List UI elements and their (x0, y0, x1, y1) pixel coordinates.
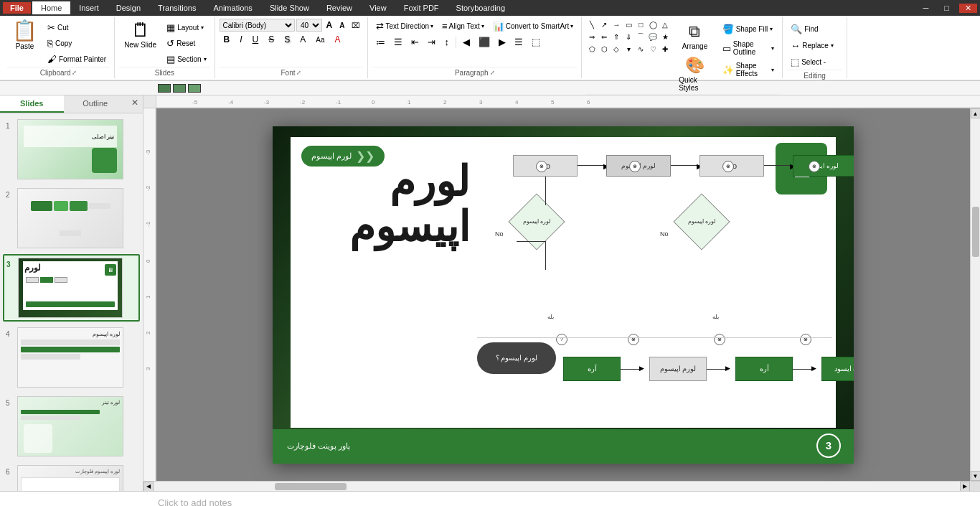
horizontal-scrollbar[interactable]: ◀ ▶ (143, 481, 980, 491)
line-spacing-button[interactable]: ↕ (440, 35, 453, 49)
italic-button[interactable]: I (235, 33, 246, 46)
bullets-button[interactable]: ≔ (372, 35, 389, 49)
align-center-button[interactable]: ⬛ (475, 35, 494, 49)
shape-arrow-right[interactable]: ⇒ (586, 31, 598, 42)
format-painter-button[interactable]: 🖌 Format Painter (44, 52, 110, 67)
arabic-title[interactable]: لورم اپیسوم (305, 159, 470, 250)
replace-button[interactable]: ↔ Replace ▾ (787, 38, 842, 53)
select-button[interactable]: ⬚ Select - (787, 55, 842, 70)
shape-curve2[interactable]: ∿ (635, 43, 646, 55)
fc-circle-1[interactable]: ⊗ (536, 161, 547, 172)
shape-line[interactable]: ╲ (586, 19, 598, 30)
align-right-button[interactable]: ▶ (495, 35, 509, 49)
slide-viewport[interactable]: لورم اپیسوم ❯❯ لورم اپیسوم 🖥 (156, 108, 970, 481)
section-button[interactable]: ▤ Section ▾ (163, 52, 209, 67)
fc-yes-box-2[interactable]: لورم اپیسوم (649, 357, 707, 381)
fc-bcircle-1[interactable]: ? (556, 334, 567, 345)
paste-button[interactable]: 📋 Paste (7, 19, 42, 52)
clipboard-expand-icon[interactable]: ⤢ (72, 70, 77, 76)
reset-button[interactable]: ↺ Reset (163, 36, 209, 51)
increase-indent-button[interactable]: ⇥ (424, 35, 439, 49)
shape-fill-button[interactable]: 🪣 Shape Fill ▾ (719, 22, 778, 37)
decrease-font-button[interactable]: A (336, 20, 347, 31)
minimize-button[interactable]: ─ (918, 4, 935, 12)
tab-transitions[interactable]: Transitions (149, 1, 204, 14)
tab-animations[interactable]: Animations (204, 1, 260, 14)
shape-arrow-up[interactable]: ⇑ (611, 31, 622, 42)
close-panel-button[interactable]: ✕ (127, 95, 143, 113)
change-case-button[interactable]: Aa (311, 34, 329, 45)
slide-thumb-4[interactable]: 4 لوره اپیسوم (3, 324, 140, 390)
convert-smartart-button[interactable]: 📊 Convert to SmartArt ▾ (489, 19, 577, 34)
tab-insert[interactable]: Insert (70, 1, 108, 14)
numbering-button[interactable]: ☰ (390, 35, 406, 49)
scroll-thumb-h[interactable] (275, 483, 347, 490)
shape-cross[interactable]: ✚ (659, 43, 671, 55)
tab-view[interactable]: View (361, 1, 395, 14)
tab-slideshow[interactable]: Slide Show (261, 1, 318, 14)
fc-yes-box-4[interactable]: لوره ایسود (821, 357, 854, 381)
scroll-track-h[interactable] (154, 482, 960, 491)
tab-storyboarding[interactable]: Storyboarding (448, 1, 514, 14)
shape-diamond[interactable]: ◇ (611, 43, 622, 55)
text-shadow-button[interactable]: S (280, 33, 294, 46)
vertical-scrollbar[interactable]: ▲ ▼ (970, 108, 980, 481)
fc-dark-box[interactable]: لورم اپیسوم ؟ (477, 342, 556, 374)
find-button[interactable]: 🔍 Find (787, 22, 842, 37)
fc-green-box-1[interactable]: لوره ایسو (793, 155, 854, 177)
fc-bcircle-3[interactable]: ⊗ (714, 334, 725, 345)
shape-heart[interactable]: ♡ (647, 43, 659, 55)
bold-button[interactable]: B (220, 33, 235, 46)
cols-button[interactable]: ⬚ (528, 35, 544, 49)
outline-tab[interactable]: Outline (64, 95, 128, 113)
color-swatch-2[interactable] (173, 84, 186, 93)
shape-circle[interactable]: ◯ (647, 19, 659, 30)
maximize-button[interactable]: □ (938, 4, 955, 12)
tab-foxit[interactable]: Foxit PDF (395, 1, 448, 14)
main-slide[interactable]: لورم اپیسوم ❯❯ لورم اپیسوم 🖥 (273, 126, 854, 464)
increase-font-button[interactable]: A (324, 19, 336, 32)
shape-rect[interactable]: ▭ (623, 19, 634, 30)
tab-home[interactable]: Home (32, 1, 70, 14)
slides-tab[interactable]: Slides (0, 95, 64, 113)
shape-triangle[interactable]: △ (659, 19, 671, 30)
new-slide-button[interactable]: 🗒 New Slide (119, 19, 161, 51)
copy-button[interactable]: ⎘ Copy (44, 36, 110, 51)
scroll-right-button[interactable]: ▶ (960, 482, 970, 492)
justify-button[interactable]: ☰ (511, 35, 527, 49)
fc-yes-box-3[interactable]: آره (735, 357, 793, 381)
shape-pentagon[interactable]: ⬠ (586, 43, 598, 55)
fc-circle-3[interactable]: ⊗ (722, 161, 734, 172)
slide-thumb-2[interactable]: 2 (3, 185, 140, 251)
font-name-select[interactable]: Calibri (Body) (220, 19, 295, 32)
shape-hexagon[interactable]: ⬡ (598, 43, 610, 55)
shape-arrow-down[interactable]: ⇓ (623, 31, 634, 42)
color-swatch-3[interactable] (188, 84, 201, 93)
align-text-button[interactable]: ≡ Align Text ▾ (438, 19, 488, 34)
arrange-button[interactable]: ⧉ Arrange (674, 20, 716, 52)
char-spacing-button[interactable]: A (296, 33, 310, 46)
tab-design[interactable]: Design (108, 1, 149, 14)
layout-button[interactable]: ▦ Layout ▾ (163, 20, 209, 35)
scroll-down-button[interactable]: ▼ (971, 471, 981, 481)
align-left-button[interactable]: ◀ (459, 35, 473, 49)
slide-thumb-5[interactable]: 5 لوره تیتر (3, 393, 140, 459)
file-button[interactable]: File (3, 2, 31, 14)
shape-rect2[interactable]: □ (635, 19, 646, 30)
shape-star[interactable]: ★ (659, 31, 671, 42)
underline-button[interactable]: U (248, 33, 263, 46)
font-size-select[interactable]: 40 (296, 19, 322, 32)
shape-effects-button[interactable]: ✨ Shape Effects ▾ (719, 60, 778, 80)
close-button[interactable]: ✕ (959, 4, 977, 13)
shape-arrow-left[interactable]: ⇐ (598, 31, 610, 42)
slide-thumb-1[interactable]: 1 تیتر اصلی (3, 116, 140, 182)
paragraph-expand-icon[interactable]: ⤢ (490, 70, 495, 76)
scroll-left-button[interactable]: ◀ (143, 482, 154, 492)
quick-styles-button[interactable]: 🎨 Quick Styles (674, 54, 716, 94)
clear-format-button[interactable]: ⌧ (349, 20, 363, 31)
fc-circle-4[interactable]: ⊗ (809, 161, 820, 172)
shape-arrow[interactable]: ↗ (598, 19, 610, 30)
color-swatch-1[interactable] (158, 84, 171, 93)
notes-area[interactable]: Click to add notes (0, 491, 980, 506)
font-expand-icon[interactable]: ⤢ (296, 70, 301, 76)
